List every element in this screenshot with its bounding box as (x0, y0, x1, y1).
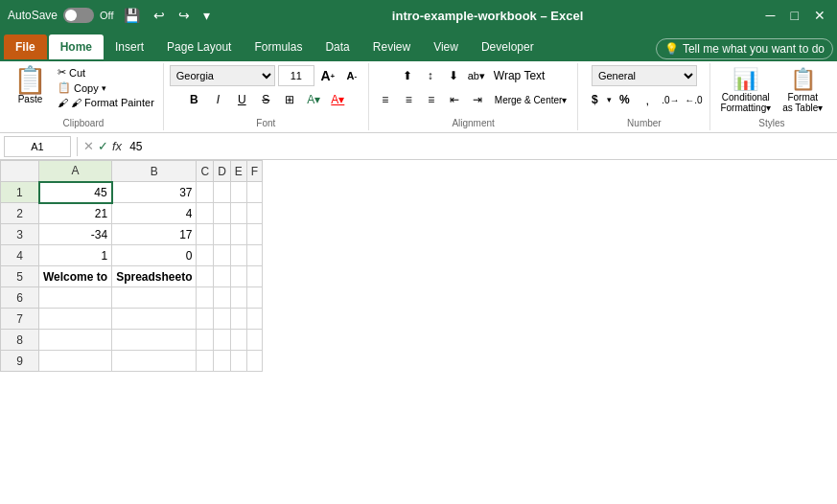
decrease-font-button[interactable]: A- (341, 65, 362, 86)
bold-button[interactable]: B (183, 89, 204, 110)
row-header-5[interactable]: 5 (1, 266, 39, 287)
redo-button[interactable]: ↪ (174, 6, 194, 25)
list-item[interactable] (214, 330, 231, 351)
row-header-1[interactable]: 1 (1, 182, 39, 203)
align-bottom-button[interactable]: ⬇ (443, 65, 464, 86)
list-item[interactable] (39, 351, 112, 372)
cut-button[interactable]: ✂ Cut (55, 65, 157, 80)
list-item[interactable] (197, 245, 214, 266)
list-item[interactable] (39, 287, 112, 309)
list-item[interactable] (112, 309, 197, 330)
list-item[interactable]: 0 (112, 245, 197, 266)
autosave-toggle[interactable] (63, 8, 94, 23)
list-item[interactable] (230, 309, 246, 330)
list-item[interactable] (246, 266, 262, 287)
comma-button[interactable]: , (637, 89, 658, 110)
insert-function-icon[interactable]: fx (112, 139, 122, 153)
list-item[interactable] (230, 182, 246, 203)
list-item[interactable] (214, 266, 231, 287)
list-item[interactable] (246, 182, 262, 203)
tell-me-box[interactable]: 💡 Tell me what you want to do (656, 38, 833, 59)
strikethrough-button[interactable]: S (255, 89, 276, 110)
row-header-3[interactable]: 3 (1, 224, 39, 245)
merge-center-button[interactable]: Merge & Center▾ (490, 89, 572, 110)
copy-button[interactable]: 📋 Copy ▾ (55, 80, 157, 95)
maximize-button[interactable]: □ (787, 6, 802, 25)
decrease-decimal-button[interactable]: ←.0 (683, 89, 704, 110)
row-header-2[interactable]: 2 (1, 203, 39, 224)
list-item[interactable] (246, 287, 262, 309)
increase-indent-button[interactable]: ⇥ (467, 89, 488, 110)
percent-button[interactable]: % (614, 89, 635, 110)
increase-decimal-button[interactable]: .0→ (660, 89, 681, 110)
list-item[interactable] (197, 203, 214, 224)
col-header-F[interactable]: F (246, 161, 262, 182)
list-item[interactable] (230, 203, 246, 224)
list-item[interactable] (246, 330, 262, 351)
orientation-button[interactable]: ab▾ (466, 65, 487, 86)
format-painter-button[interactable]: 🖌 🖌 Format Painter (55, 96, 157, 109)
confirm-formula-icon[interactable]: ✓ (98, 139, 108, 153)
wrap-text-button[interactable]: Wrap Text (489, 65, 550, 86)
underline-button[interactable]: U (231, 89, 252, 110)
row-header-4[interactable]: 4 (1, 245, 39, 266)
list-item[interactable] (214, 309, 231, 330)
save-button[interactable]: 💾 (120, 6, 144, 25)
italic-button[interactable]: I (207, 89, 228, 110)
paste-button[interactable]: 📋 Paste (10, 65, 51, 106)
format-as-table-button[interactable]: 📋 Formatas Table▾ (779, 65, 826, 115)
tab-data[interactable]: Data (314, 34, 360, 59)
list-item[interactable] (230, 224, 246, 245)
list-item[interactable] (230, 287, 246, 309)
list-item[interactable] (197, 330, 214, 351)
borders-button[interactable]: ⊞ (279, 89, 300, 110)
list-item[interactable] (214, 351, 231, 372)
font-size-input[interactable] (278, 65, 314, 86)
row-header-8[interactable]: 8 (1, 330, 39, 351)
list-item[interactable]: Spreadsheeto (112, 266, 197, 287)
align-left-button[interactable]: ≡ (375, 89, 396, 110)
tab-page-layout[interactable]: Page Layout (155, 34, 243, 59)
list-item[interactable] (246, 351, 262, 372)
align-center-button[interactable]: ≡ (398, 89, 419, 110)
list-item[interactable] (197, 224, 214, 245)
list-item[interactable] (246, 224, 262, 245)
copy-dropdown[interactable]: ▾ (102, 83, 106, 93)
tab-insert[interactable]: Insert (104, 34, 155, 59)
list-item[interactable]: 4 (112, 203, 197, 224)
tab-formulas[interactable]: Formulas (243, 34, 314, 59)
list-item[interactable] (214, 224, 231, 245)
row-header-6[interactable]: 6 (1, 287, 39, 309)
align-middle-button[interactable]: ↕ (420, 65, 441, 86)
align-top-button[interactable]: ⬆ (397, 65, 418, 86)
col-header-C[interactable]: C (197, 161, 214, 182)
decrease-indent-button[interactable]: ⇤ (444, 89, 465, 110)
align-right-button[interactable]: ≡ (421, 89, 442, 110)
list-item[interactable]: 45 (39, 182, 112, 203)
cancel-formula-icon[interactable]: ✕ (83, 139, 94, 153)
cell-reference-input[interactable] (4, 136, 71, 157)
list-item[interactable] (112, 330, 197, 351)
font-color-button[interactable]: A▾ (327, 89, 348, 110)
list-item[interactable] (112, 287, 197, 309)
undo-button[interactable]: ↩ (150, 6, 169, 25)
list-item[interactable]: 21 (39, 203, 112, 224)
increase-font-button[interactable]: A+ (317, 65, 338, 86)
list-item[interactable] (39, 330, 112, 351)
conditional-formatting-button[interactable]: 📊 ConditionalFormatting▾ (716, 65, 775, 115)
tab-view[interactable]: View (422, 34, 470, 59)
number-format-select[interactable]: General (592, 65, 697, 86)
list-item[interactable]: 17 (112, 224, 197, 245)
list-item[interactable] (214, 287, 231, 309)
currency-button[interactable]: $ (584, 89, 605, 110)
list-item[interactable]: Welcome to (39, 266, 112, 287)
list-item[interactable] (197, 351, 214, 372)
list-item[interactable] (197, 287, 214, 309)
list-item[interactable] (214, 245, 231, 266)
list-item[interactable] (246, 203, 262, 224)
close-button[interactable]: ✕ (810, 6, 829, 25)
quick-access-more[interactable]: ▾ (199, 6, 214, 25)
tab-file[interactable]: File (4, 34, 47, 59)
col-header-E[interactable]: E (230, 161, 246, 182)
list-item[interactable] (214, 182, 231, 203)
